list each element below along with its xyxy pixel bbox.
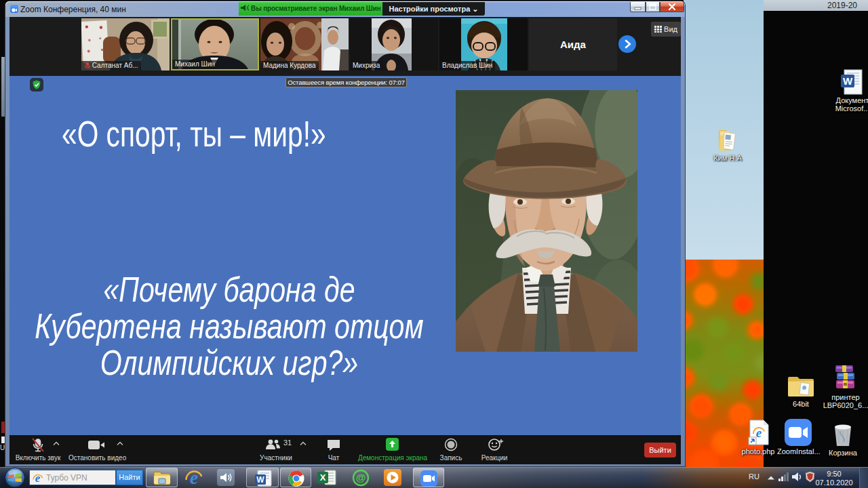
svg-text:X: X [320,472,326,483]
svg-text:e: e [35,472,41,484]
svg-text:W: W [843,75,853,87]
svg-text:@: @ [356,472,366,483]
svg-text:W: W [256,475,264,485]
